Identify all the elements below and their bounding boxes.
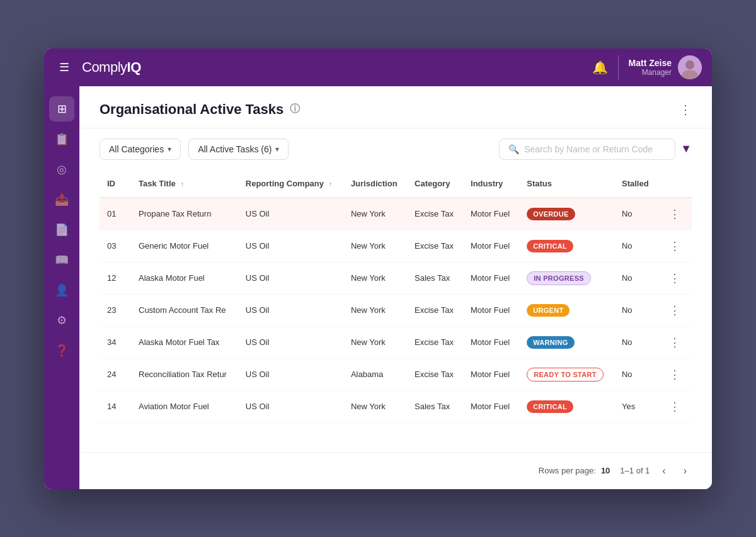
cell-actions: ⋮ — [658, 390, 692, 422]
notification-button[interactable]: 🔔 — [592, 60, 608, 75]
tasks-dropdown[interactable]: All Active Tasks (6) ▾ — [188, 138, 289, 160]
table-row: 34 Alaska Motor Fuel Tax US Oil New York… — [100, 326, 692, 358]
page-title-text: Organisational Active Tasks — [100, 101, 284, 118]
user-role: Manager — [629, 68, 672, 77]
cell-jurisdiction: New York — [343, 294, 407, 326]
sidebar-item-reports[interactable]: 📤 — [49, 187, 74, 212]
app-window: ☰ ComplyIQ 🔔 Matt Zeise Manager — [44, 48, 712, 489]
cell-task-title: Generic Motor Fuel — [131, 230, 238, 262]
cell-category: Sales Tax — [407, 390, 463, 422]
search-box: 🔍 — [499, 138, 675, 160]
cell-status: URGENT — [519, 294, 614, 326]
cell-industry: Motor Fuel — [463, 294, 519, 326]
table-row: 12 Alaska Motor Fuel US Oil New York Sal… — [100, 262, 692, 294]
status-badge: WARNING — [527, 336, 574, 349]
sidebar-item-settings[interactable]: ⚙ — [49, 308, 74, 333]
status-badge: OVERDUE — [527, 208, 575, 220]
cell-industry: Motor Fuel — [463, 230, 519, 262]
table-row: 03 Generic Motor Fuel US Oil New York Ex… — [100, 230, 692, 262]
row-menu-button[interactable]: ⋮ — [665, 238, 684, 254]
row-menu-button[interactable]: ⋮ — [665, 302, 684, 319]
info-icon[interactable]: ⓘ — [290, 103, 300, 116]
cell-category: Excise Tax — [407, 230, 463, 262]
more-options-button[interactable]: ⋮ — [679, 102, 692, 117]
task-title-sort[interactable]: ↑ — [180, 180, 184, 188]
logo-bold: IQ — [127, 59, 141, 75]
top-nav: ☰ ComplyIQ 🔔 Matt Zeise Manager — [44, 48, 712, 86]
cell-category: Excise Tax — [407, 358, 463, 390]
cell-task-title: Aviation Motor Fuel — [131, 390, 238, 422]
hamburger-button[interactable]: ☰ — [54, 58, 74, 77]
company-sort[interactable]: ↑ — [329, 180, 333, 188]
categories-dropdown[interactable]: All Categories ▾ — [100, 138, 181, 160]
categories-label: All Categories — [109, 144, 164, 154]
cell-actions: ⋮ — [658, 262, 692, 294]
status-badge: CRITICAL — [527, 400, 573, 413]
table-container: ID Task Title ↑ Reporting Company ↑ Juri… — [79, 170, 712, 452]
col-id: ID — [100, 170, 131, 198]
col-task-title: Task Title ↑ — [131, 170, 238, 198]
cell-actions: ⋮ — [658, 198, 692, 230]
filters-row: All Categories ▾ All Active Tasks (6) ▾ … — [79, 128, 712, 170]
row-menu-button[interactable]: ⋮ — [665, 206, 684, 222]
col-status: Status — [519, 170, 614, 198]
sidebar-item-documents[interactable]: 📄 — [49, 217, 74, 242]
cell-company: US Oil — [238, 230, 343, 262]
cell-id: 14 — [100, 390, 131, 422]
cell-task-title: Alaska Motor Fuel Tax — [131, 326, 238, 358]
app-logo: ComplyIQ — [82, 59, 592, 76]
status-badge: URGENT — [527, 304, 570, 317]
rows-per-page-label: Rows per page: — [539, 466, 596, 475]
sidebar-item-compliance[interactable]: ◎ — [49, 157, 74, 182]
col-industry: Industry — [463, 170, 519, 198]
sidebar-item-library[interactable]: 📖 — [49, 247, 74, 273]
search-input[interactable] — [524, 144, 666, 154]
cell-category: Sales Tax — [407, 262, 463, 294]
cell-company: US Oil — [238, 294, 343, 326]
cell-id: 24 — [100, 358, 131, 390]
col-reporting-company: Reporting Company ↑ — [238, 170, 343, 198]
cell-company: US Oil — [238, 358, 343, 390]
cell-jurisdiction: New York — [343, 198, 407, 230]
user-text: Matt Zeise Manager — [629, 58, 672, 77]
page-title: Organisational Active Tasks ⓘ — [100, 101, 300, 118]
cell-status: CRITICAL — [519, 390, 614, 422]
tasks-arrow: ▾ — [275, 145, 279, 154]
cell-id: 03 — [100, 230, 131, 262]
cell-task-title: Reconciliation Tax Retur — [131, 358, 238, 390]
cell-stalled: No — [614, 294, 658, 326]
cell-company: US Oil — [238, 390, 343, 422]
tasks-label: All Active Tasks (6) — [198, 144, 272, 154]
cell-task-title: Alaska Motor Fuel — [131, 262, 238, 294]
status-badge: CRITICAL — [527, 240, 573, 252]
col-actions — [658, 170, 692, 198]
cell-jurisdiction: New York — [343, 262, 407, 294]
sidebar-item-help[interactable]: ❓ — [49, 338, 74, 363]
status-badge: READY TO START — [527, 368, 604, 382]
cell-industry: Motor Fuel — [463, 390, 519, 422]
cell-id: 34 — [100, 326, 131, 358]
prev-page-button[interactable]: ‹ — [657, 463, 670, 479]
cell-actions: ⋮ — [658, 230, 692, 262]
cell-jurisdiction: Alabama — [343, 358, 407, 390]
cell-id: 23 — [100, 294, 131, 326]
row-menu-button[interactable]: ⋮ — [665, 334, 684, 351]
row-menu-button[interactable]: ⋮ — [665, 366, 684, 383]
sidebar-item-tasks[interactable]: 📋 — [49, 127, 74, 152]
cell-stalled: No — [614, 358, 658, 390]
cell-jurisdiction: New York — [343, 326, 407, 358]
cell-status: IN PROGRESS — [519, 262, 614, 294]
row-menu-button[interactable]: ⋮ — [665, 399, 684, 415]
nav-right: 🔔 Matt Zeise Manager — [592, 55, 702, 79]
cell-id: 12 — [100, 262, 131, 294]
categories-arrow: ▾ — [168, 145, 171, 154]
next-page-button[interactable]: › — [679, 463, 692, 479]
sidebar-item-users[interactable]: 👤 — [49, 278, 74, 303]
filter-icon-button[interactable]: ▼ — [680, 142, 692, 155]
cell-category: Excise Tax — [407, 198, 463, 230]
sidebar-item-dashboard[interactable]: ⊞ — [49, 96, 74, 122]
col-category: Category — [407, 170, 463, 198]
cell-jurisdiction: New York — [343, 390, 407, 422]
row-menu-button[interactable]: ⋮ — [665, 270, 684, 286]
cell-id: 01 — [100, 198, 131, 230]
